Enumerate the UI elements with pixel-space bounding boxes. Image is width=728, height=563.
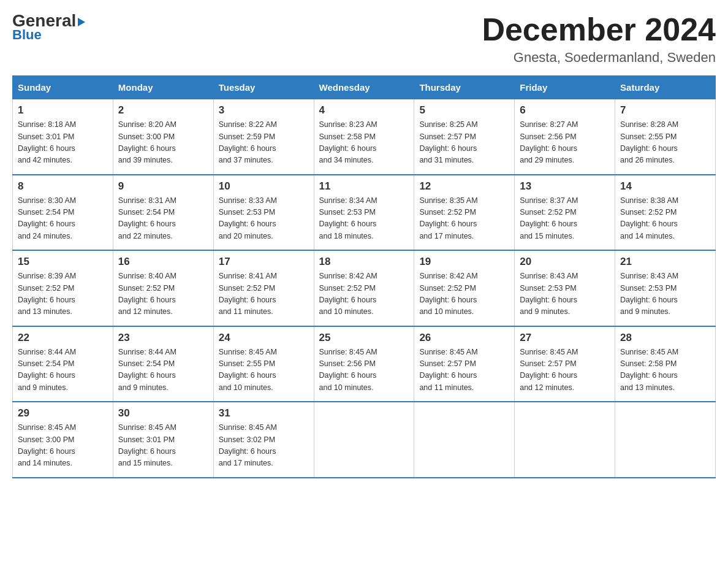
day-number: 25 <box>319 332 409 344</box>
month-title: December 2024 <box>482 12 716 47</box>
day-number: 11 <box>319 180 409 193</box>
day-number: 1 <box>18 104 108 117</box>
day-cell: 22 Sunrise: 8:44 AMSunset: 2:54 PMDaylig… <box>13 326 113 402</box>
day-number: 24 <box>219 332 309 344</box>
logo: General Blue <box>12 12 85 43</box>
day-cell: 3 Sunrise: 8:22 AMSunset: 2:59 PMDayligh… <box>213 99 314 175</box>
calendar-header: SundayMondayTuesdayWednesdayThursdayFrid… <box>13 76 716 99</box>
day-cell: 20 Sunrise: 8:43 AMSunset: 2:53 PMDaylig… <box>515 250 615 326</box>
day-cell: 24 Sunrise: 8:45 AMSunset: 2:55 PMDaylig… <box>213 326 314 402</box>
day-cell: 6 Sunrise: 8:27 AMSunset: 2:56 PMDayligh… <box>515 99 615 175</box>
day-info: Sunrise: 8:22 AMSunset: 2:59 PMDaylight:… <box>219 119 309 167</box>
day-info: Sunrise: 8:20 AMSunset: 3:00 PMDaylight:… <box>118 119 208 167</box>
day-cell: 30 Sunrise: 8:45 AMSunset: 3:01 PMDaylig… <box>113 402 213 478</box>
week-row-4: 22 Sunrise: 8:44 AMSunset: 2:54 PMDaylig… <box>13 326 716 402</box>
day-cell: 29 Sunrise: 8:45 AMSunset: 3:00 PMDaylig… <box>13 402 113 478</box>
location-title: Gnesta, Soedermanland, Sweden <box>482 50 716 66</box>
day-cell: 1 Sunrise: 8:18 AMSunset: 3:01 PMDayligh… <box>13 99 113 175</box>
day-cell: 5 Sunrise: 8:25 AMSunset: 2:57 PMDayligh… <box>414 99 515 175</box>
day-number: 14 <box>620 180 710 193</box>
day-info: Sunrise: 8:44 AMSunset: 2:54 PMDaylight:… <box>18 347 108 394</box>
col-header-sunday: Sunday <box>13 76 113 99</box>
day-cell: 31 Sunrise: 8:45 AMSunset: 3:02 PMDaylig… <box>213 402 314 478</box>
day-cell: 12 Sunrise: 8:35 AMSunset: 2:52 PMDaylig… <box>414 175 515 251</box>
day-number: 21 <box>620 256 710 268</box>
logo-blue: Blue <box>12 27 42 43</box>
day-number: 3 <box>219 104 309 117</box>
day-info: Sunrise: 8:27 AMSunset: 2:56 PMDaylight:… <box>520 119 610 167</box>
day-cell: 11 Sunrise: 8:34 AMSunset: 2:53 PMDaylig… <box>314 175 414 251</box>
day-number: 13 <box>520 180 610 193</box>
day-info: Sunrise: 8:18 AMSunset: 3:01 PMDaylight:… <box>18 119 108 167</box>
day-info: Sunrise: 8:37 AMSunset: 2:52 PMDaylight:… <box>520 195 610 243</box>
day-info: Sunrise: 8:45 AMSunset: 3:02 PMDaylight:… <box>219 422 309 470</box>
day-number: 27 <box>520 332 610 344</box>
day-info: Sunrise: 8:35 AMSunset: 2:52 PMDaylight:… <box>419 195 509 243</box>
day-info: Sunrise: 8:45 AMSunset: 2:58 PMDaylight:… <box>620 347 710 394</box>
day-info: Sunrise: 8:31 AMSunset: 2:54 PMDaylight:… <box>118 195 208 243</box>
day-number: 30 <box>118 407 208 419</box>
day-info: Sunrise: 8:41 AMSunset: 2:52 PMDaylight:… <box>219 270 309 318</box>
day-info: Sunrise: 8:34 AMSunset: 2:53 PMDaylight:… <box>319 195 409 243</box>
week-row-2: 8 Sunrise: 8:30 AMSunset: 2:54 PMDayligh… <box>13 175 716 251</box>
day-number: 18 <box>319 256 409 268</box>
day-info: Sunrise: 8:38 AMSunset: 2:52 PMDaylight:… <box>620 195 710 243</box>
col-header-friday: Friday <box>515 76 615 99</box>
day-number: 12 <box>419 180 509 193</box>
day-cell <box>414 402 515 478</box>
day-number: 31 <box>219 407 309 419</box>
week-row-3: 15 Sunrise: 8:39 AMSunset: 2:52 PMDaylig… <box>13 250 716 326</box>
day-cell: 19 Sunrise: 8:42 AMSunset: 2:52 PMDaylig… <box>414 250 515 326</box>
day-cell: 27 Sunrise: 8:45 AMSunset: 2:57 PMDaylig… <box>515 326 615 402</box>
day-cell <box>314 402 414 478</box>
header-row: SundayMondayTuesdayWednesdayThursdayFrid… <box>13 76 716 99</box>
day-info: Sunrise: 8:45 AMSunset: 2:56 PMDaylight:… <box>319 347 409 394</box>
day-info: Sunrise: 8:43 AMSunset: 2:53 PMDaylight:… <box>620 270 710 318</box>
day-number: 9 <box>118 180 208 193</box>
day-cell: 18 Sunrise: 8:42 AMSunset: 2:52 PMDaylig… <box>314 250 414 326</box>
day-number: 16 <box>118 256 208 268</box>
day-info: Sunrise: 8:25 AMSunset: 2:57 PMDaylight:… <box>419 119 509 167</box>
week-row-1: 1 Sunrise: 8:18 AMSunset: 3:01 PMDayligh… <box>13 99 716 175</box>
day-cell <box>615 402 716 478</box>
page-header: General Blue December 2024 Gnesta, Soede… <box>12 12 716 66</box>
day-number: 28 <box>620 332 710 344</box>
col-header-tuesday: Tuesday <box>213 76 314 99</box>
day-number: 20 <box>520 256 610 268</box>
day-cell: 4 Sunrise: 8:23 AMSunset: 2:58 PMDayligh… <box>314 99 414 175</box>
day-info: Sunrise: 8:28 AMSunset: 2:55 PMDaylight:… <box>620 119 710 167</box>
day-info: Sunrise: 8:44 AMSunset: 2:54 PMDaylight:… <box>118 347 208 394</box>
day-info: Sunrise: 8:45 AMSunset: 2:57 PMDaylight:… <box>520 347 610 394</box>
day-info: Sunrise: 8:45 AMSunset: 2:57 PMDaylight:… <box>419 347 509 394</box>
day-info: Sunrise: 8:40 AMSunset: 2:52 PMDaylight:… <box>118 270 208 318</box>
day-cell: 28 Sunrise: 8:45 AMSunset: 2:58 PMDaylig… <box>615 326 716 402</box>
col-header-saturday: Saturday <box>615 76 716 99</box>
day-number: 2 <box>118 104 208 117</box>
day-cell: 10 Sunrise: 8:33 AMSunset: 2:53 PMDaylig… <box>213 175 314 251</box>
day-cell: 23 Sunrise: 8:44 AMSunset: 2:54 PMDaylig… <box>113 326 213 402</box>
day-number: 15 <box>18 256 108 268</box>
day-info: Sunrise: 8:30 AMSunset: 2:54 PMDaylight:… <box>18 195 108 243</box>
day-info: Sunrise: 8:39 AMSunset: 2:52 PMDaylight:… <box>18 270 108 318</box>
day-cell: 8 Sunrise: 8:30 AMSunset: 2:54 PMDayligh… <box>13 175 113 251</box>
day-cell <box>515 402 615 478</box>
col-header-wednesday: Wednesday <box>314 76 414 99</box>
day-cell: 7 Sunrise: 8:28 AMSunset: 2:55 PMDayligh… <box>615 99 716 175</box>
day-info: Sunrise: 8:33 AMSunset: 2:53 PMDaylight:… <box>219 195 309 243</box>
day-number: 6 <box>520 104 610 117</box>
day-cell: 14 Sunrise: 8:38 AMSunset: 2:52 PMDaylig… <box>615 175 716 251</box>
day-info: Sunrise: 8:45 AMSunset: 2:55 PMDaylight:… <box>219 347 309 394</box>
calendar-body: 1 Sunrise: 8:18 AMSunset: 3:01 PMDayligh… <box>13 99 716 478</box>
col-header-monday: Monday <box>113 76 213 99</box>
day-info: Sunrise: 8:45 AMSunset: 3:01 PMDaylight:… <box>118 422 208 470</box>
day-number: 19 <box>419 256 509 268</box>
day-info: Sunrise: 8:45 AMSunset: 3:00 PMDaylight:… <box>18 422 108 470</box>
day-number: 4 <box>319 104 409 117</box>
day-info: Sunrise: 8:42 AMSunset: 2:52 PMDaylight:… <box>319 270 409 318</box>
day-info: Sunrise: 8:23 AMSunset: 2:58 PMDaylight:… <box>319 119 409 167</box>
day-number: 17 <box>219 256 309 268</box>
day-cell: 26 Sunrise: 8:45 AMSunset: 2:57 PMDaylig… <box>414 326 515 402</box>
col-header-thursday: Thursday <box>414 76 515 99</box>
day-number: 23 <box>118 332 208 344</box>
calendar-table: SundayMondayTuesdayWednesdayThursdayFrid… <box>12 75 716 478</box>
